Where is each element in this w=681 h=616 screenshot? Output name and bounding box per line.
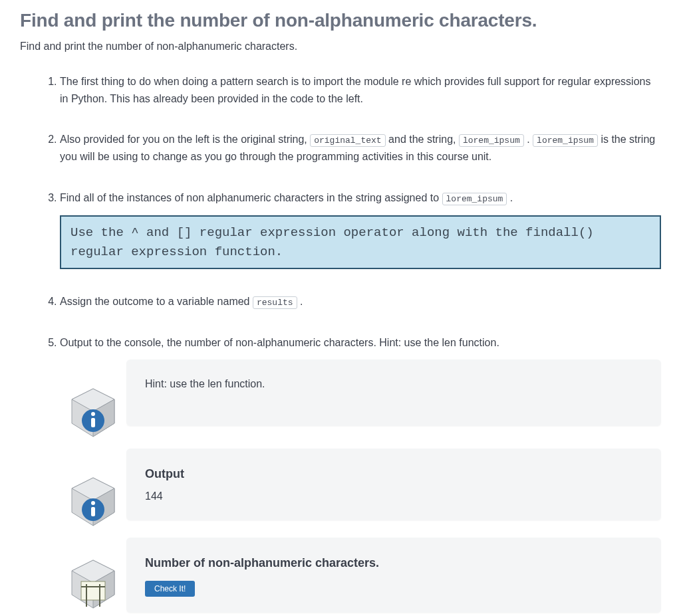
checker-heading: Number of non-alphanumeric characters. <box>145 554 642 573</box>
output-heading: Output <box>145 464 642 484</box>
checker-card-body: Number of non-alphanumeric characters. C… <box>126 538 661 613</box>
steps-list: The first thing to do when doing a patte… <box>20 73 661 613</box>
hint-card-row: Hint: use the len function. <box>60 359 661 439</box>
code-lorem-ipsum-2: lorem_ipsum <box>533 134 598 147</box>
svg-rect-5 <box>91 418 95 427</box>
svg-rect-15 <box>81 581 105 600</box>
code-lorem-ipsum-1: lorem_ipsum <box>459 134 524 147</box>
output-card-row: Output 144 <box>60 449 661 528</box>
step-2: Also provided for you on the left is the… <box>60 131 661 165</box>
svg-rect-11 <box>91 507 95 516</box>
step-2-text-a: Also provided for you on the left is the… <box>60 134 310 145</box>
page-subtitle: Find and print the number of non-alphanu… <box>20 39 661 54</box>
checker-card-row: Number of non-alphanumeric characters. C… <box>60 538 661 613</box>
step-5: Output to the console, the number of non… <box>60 334 661 612</box>
check-it-button[interactable]: Check It! <box>145 581 195 597</box>
code-results: results <box>253 296 297 309</box>
code-lorem-ipsum-3: lorem_ipsum <box>442 193 507 205</box>
hint-card-text: Hint: use the len function. <box>145 375 642 393</box>
page-title: Find and print the number of non-alphanu… <box>20 7 661 35</box>
checker-cube-icon <box>67 558 120 611</box>
lesson-page: Find and print the number of non-alphanu… <box>0 0 681 616</box>
output-card-body: Output 144 <box>126 449 661 520</box>
step-2-text-c: . <box>527 134 533 145</box>
regex-hint-box: Use the ^ and [] regular expression oper… <box>60 215 661 269</box>
step-3-text-b: . <box>510 192 513 203</box>
code-original-text: original_text <box>310 134 385 147</box>
cards-container: Hint: use the len function. <box>60 359 661 613</box>
checker-card-icon-wrap <box>60 538 126 611</box>
hint-card-body: Hint: use the len function. <box>126 359 661 426</box>
svg-point-4 <box>91 412 95 416</box>
step-4-text-a: Assign the outcome to a variable named <box>60 296 253 307</box>
info-cube-icon <box>67 386 120 439</box>
step-3: Find all of the instances of non alphanu… <box>60 189 661 270</box>
step-4-text-b: . <box>300 296 303 307</box>
step-2-text-b: and the string, <box>388 134 459 145</box>
hint-card-icon-wrap <box>60 359 126 439</box>
svg-point-10 <box>91 501 95 505</box>
step-1: The first thing to do when doing a patte… <box>60 73 661 107</box>
step-1-text: The first thing to do when doing a patte… <box>60 76 650 104</box>
step-3-text-a: Find all of the instances of non alphanu… <box>60 192 442 203</box>
step-5-text: Output to the console, the number of non… <box>60 337 499 348</box>
step-4: Assign the outcome to a variable named r… <box>60 293 661 310</box>
output-value: 144 <box>145 488 642 505</box>
output-card-icon-wrap <box>60 449 126 528</box>
info-cube-icon <box>67 475 120 528</box>
